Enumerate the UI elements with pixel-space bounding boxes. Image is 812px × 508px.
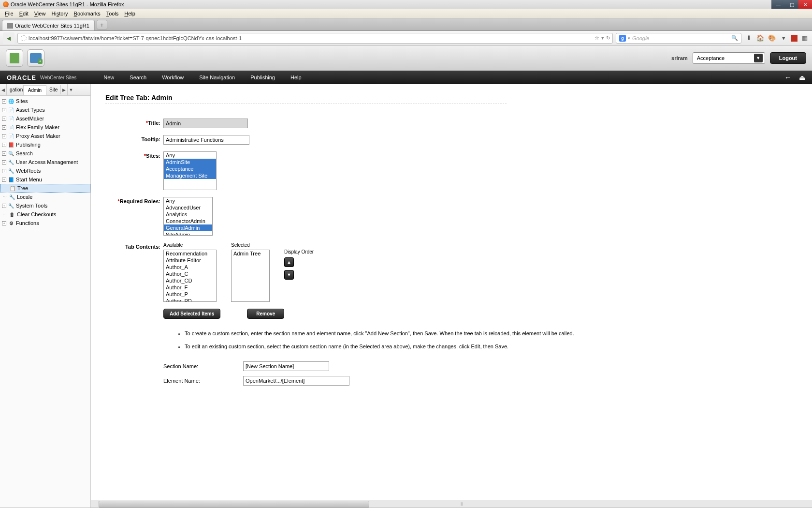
nav-back-arrow-icon[interactable]: ←: [784, 74, 791, 81]
list-item[interactable]: Author_F: [164, 284, 216, 291]
expand-icon[interactable]: +: [2, 204, 6, 208]
tree-item-publishing[interactable]: +📕Publishing: [0, 140, 90, 149]
search-icon[interactable]: 🔍: [731, 35, 738, 41]
search-dropdown-icon[interactable]: ▾: [628, 36, 630, 41]
download-icon[interactable]: ⬇: [744, 34, 753, 43]
tree-item-clear-checkouts[interactable]: ⋯🗑Clear Checkouts: [0, 210, 90, 219]
section-name-input[interactable]: [243, 361, 329, 371]
nav-eject-icon[interactable]: ⏏: [799, 74, 805, 81]
tab-site[interactable]: Site: [46, 85, 61, 94]
tree-item-functions[interactable]: +⚙Functions: [0, 219, 90, 227]
tree-item-search[interactable]: +🔍Search: [0, 149, 90, 158]
browser-tab[interactable]: Oracle WebCenter Sites 11gR1: [2, 20, 95, 30]
nav-site-navigation[interactable]: Site Navigation: [191, 75, 243, 80]
search-box[interactable]: g ▾ Google 🔍: [616, 33, 741, 44]
tree-item-webroots[interactable]: +🔧WebRoots: [0, 166, 90, 175]
menu-file[interactable]: File: [2, 10, 16, 17]
expand-icon[interactable]: ⋯: [2, 195, 7, 199]
list-item[interactable]: Management Site: [164, 172, 216, 179]
menu-view[interactable]: View: [31, 10, 49, 17]
tree-item-proxy-asset-maker[interactable]: +📄Proxy Asset Maker: [0, 132, 90, 140]
palette-icon[interactable]: 🎨: [768, 34, 776, 43]
list-item[interactable]: Any: [164, 152, 216, 159]
nav-help[interactable]: Help: [283, 75, 309, 80]
tree-item-locale[interactable]: ⋯🔧Locale: [0, 193, 90, 201]
dropdown-icon[interactable]: ▾: [601, 35, 604, 41]
remove-button[interactable]: Remove: [247, 309, 284, 319]
app-window-button[interactable]: [27, 49, 44, 67]
sites-select[interactable]: AnyAdminSiteAcceptanceManagement Site: [163, 151, 217, 190]
move-down-button[interactable]: ▼: [284, 270, 294, 280]
expand-icon[interactable]: +: [2, 143, 6, 147]
nav-search[interactable]: Search: [122, 75, 154, 80]
site-select[interactable]: Acceptance ▼: [693, 52, 765, 64]
more-icon[interactable]: ▾: [779, 34, 788, 43]
list-item[interactable]: Any: [164, 197, 212, 204]
list-item[interactable]: Author_A: [164, 264, 216, 270]
tree-item-sites[interactable]: +🌐Sites: [0, 97, 90, 105]
list-item[interactable]: Author_PD: [164, 298, 216, 302]
list-item[interactable]: Attribute Editor: [164, 257, 216, 264]
menu-help[interactable]: Help: [121, 10, 138, 17]
menu-history[interactable]: History: [48, 10, 71, 17]
expand-icon[interactable]: +: [2, 108, 6, 112]
new-tab-button[interactable]: +: [97, 20, 107, 30]
menu-tools[interactable]: Tools: [103, 10, 122, 17]
nav-new[interactable]: New: [96, 75, 122, 80]
list-item[interactable]: AdminSite: [164, 159, 216, 165]
list-item[interactable]: GeneralAdmin: [164, 224, 212, 231]
title-input[interactable]: [163, 119, 248, 128]
expand-icon[interactable]: +: [2, 169, 6, 173]
menu-bookmarks[interactable]: Bookmarks: [71, 10, 103, 17]
expand-icon[interactable]: ⋯: [2, 186, 8, 191]
list-item[interactable]: SiteAdmin: [164, 231, 212, 236]
tab-scroll-left[interactable]: ◀: [0, 84, 7, 95]
list-item[interactable]: Author_C: [164, 270, 216, 277]
expand-icon[interactable]: +: [2, 125, 6, 130]
tab-admin[interactable]: Admin: [23, 85, 46, 95]
back-button[interactable]: ◄: [3, 32, 14, 44]
expand-icon[interactable]: +: [2, 178, 6, 182]
scrollbar-thumb[interactable]: [99, 501, 369, 508]
selected-list[interactable]: Admin Tree: [231, 250, 270, 302]
add-selected-items-button[interactable]: Add Selected Items: [163, 309, 220, 319]
home-icon[interactable]: 🏠: [756, 34, 765, 43]
reload-icon[interactable]: ↻: [606, 35, 610, 41]
expand-icon[interactable]: +: [2, 134, 6, 138]
list-item[interactable]: AdvancedUser: [164, 204, 212, 211]
menu-edit[interactable]: Edit: [16, 10, 31, 17]
expand-icon[interactable]: +: [2, 160, 6, 164]
tab-navigation[interactable]: gation: [7, 85, 23, 94]
tree-item-system-tools[interactable]: +🔧System Tools: [0, 201, 90, 210]
list-item[interactable]: Recommendation: [164, 250, 216, 257]
expand-icon[interactable]: +: [2, 117, 6, 121]
logout-button[interactable]: Logout: [770, 52, 806, 64]
available-list[interactable]: RecommendationAttribute EditorAuthor_AAu…: [163, 250, 217, 302]
tree-item-start-menu[interactable]: +📘Start Menu: [0, 175, 90, 184]
window-minimize-button[interactable]: —: [771, 0, 785, 9]
addon-icon-1[interactable]: [791, 35, 798, 42]
expand-icon[interactable]: +: [2, 221, 6, 225]
tab-scroll-right[interactable]: ▶: [61, 84, 68, 95]
addon-icon-2[interactable]: ▦: [800, 34, 809, 43]
list-item[interactable]: Acceptance: [164, 165, 216, 172]
nav-workflow[interactable]: Workflow: [154, 75, 191, 80]
tree-item-asset-types[interactable]: +📄Asset Types: [0, 105, 90, 114]
list-item[interactable]: Author_CD: [164, 277, 216, 284]
tree-item-tree[interactable]: ⋯📋Tree: [0, 184, 90, 193]
tab-menu-dropdown[interactable]: ▼: [68, 84, 74, 95]
nav-publishing[interactable]: Publishing: [243, 75, 283, 80]
expand-icon[interactable]: +: [2, 99, 6, 104]
required-roles-select[interactable]: AnyAdvancedUserAnalyticsConnectorAdminGe…: [163, 197, 213, 236]
tree-item-assetmaker[interactable]: +📄AssetMaker: [0, 114, 90, 123]
move-up-button[interactable]: ▲: [284, 257, 294, 267]
list-item[interactable]: Author_P: [164, 291, 216, 298]
url-bar[interactable]: localhost:9977/cs/wem/fatwire/home?ticke…: [17, 33, 613, 44]
list-item[interactable]: ConnectorAdmin: [164, 218, 212, 224]
bookmark-star-icon[interactable]: ☆: [594, 35, 599, 41]
tree-item-flex-family-maker[interactable]: +📄Flex Family Maker: [0, 123, 90, 132]
expand-icon[interactable]: ⋯: [2, 212, 7, 217]
element-name-input[interactable]: [243, 376, 349, 386]
window-maximize-button[interactable]: ▢: [785, 0, 798, 9]
list-item[interactable]: Admin Tree: [232, 250, 269, 257]
